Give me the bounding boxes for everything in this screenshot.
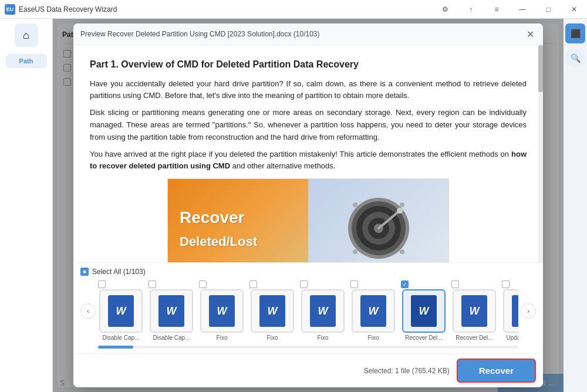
thumb-box-2[interactable]: W [150, 289, 193, 333]
word-icon-9: W [512, 295, 518, 327]
thumb-label-4: Fixo [267, 334, 278, 341]
thumb-box-8[interactable]: W [453, 289, 496, 333]
thumb-item-5: W Fixo [300, 281, 346, 341]
word-icon-8: W [461, 295, 487, 327]
thumb-label-2: Disable Cap... [153, 334, 190, 341]
word-icon-5: W [310, 295, 336, 327]
thumb-item-2: W Disable Cap... [149, 281, 194, 341]
thumb-checkbox-row-2 [149, 281, 194, 288]
scrollbar[interactable] [538, 45, 543, 262]
thumb-checkbox-3[interactable] [199, 281, 207, 288]
modal-footer: Selected: 1 file (765.42 KB) Recover [73, 353, 543, 387]
doc-para3-post: and other alternative methods. [230, 161, 335, 170]
thumb-box-4[interactable]: W [251, 289, 294, 333]
carousel-next-button[interactable]: › [521, 303, 536, 319]
menu-icon-btn[interactable]: ≡ [484, 0, 510, 19]
right-panel-item-1[interactable]: ⬛ [565, 23, 585, 43]
home-button[interactable]: ⌂ [15, 23, 38, 47]
modal-overlay: Preview Recover Deleted Partition Using … [53, 19, 564, 392]
minimize-button[interactable]: — [510, 0, 535, 19]
doc-image-right [308, 179, 448, 262]
word-icon-4: W [259, 295, 285, 327]
thumb-scrollbar-thumb[interactable] [98, 346, 133, 349]
svg-point-11 [400, 249, 404, 254]
word-icon-2: W [158, 295, 184, 327]
thumb-checkbox-7[interactable]: ✓ [401, 281, 409, 288]
app-icon: EU [5, 4, 15, 15]
svg-point-10 [353, 249, 357, 254]
select-all-row: ■ Select All (1/103) [80, 268, 536, 276]
thumb-box-3[interactable]: W [200, 289, 244, 333]
thumbnails-carousel: ‹ W Disable Ca [80, 281, 536, 341]
thumb-checkbox-6[interactable] [350, 281, 358, 288]
search-icon: 🔍 [571, 53, 581, 63]
upload-icon-btn[interactable]: ↑ [458, 0, 484, 19]
doc-content[interactable]: Part 1. Overview of CMD for Deleted Part… [73, 45, 543, 262]
thumb-item-7: ✓ W Recover Del... [401, 281, 447, 341]
app-body: ⌂ Path Path ▶ 📁 Pictu [0, 19, 587, 392]
close-button[interactable]: ✕ [561, 0, 587, 19]
sidebar-tab-path[interactable]: Path [6, 54, 47, 68]
preview-modal: Preview Recover Deleted Partition Using … [73, 23, 543, 387]
scrollbar-thumb[interactable] [538, 45, 543, 92]
word-icon-1: W [108, 295, 134, 327]
thumb-checkbox-1[interactable] [98, 281, 106, 288]
thumb-item-1: W Disable Cap... [98, 281, 144, 341]
maximize-button[interactable]: □ [535, 0, 561, 19]
thumbnails-list: W Disable Cap... [98, 281, 518, 341]
svg-point-8 [353, 202, 357, 207]
thumb-label-3: Fixo [217, 334, 228, 341]
thumb-label-9: Update Appl... [507, 334, 518, 341]
thumb-item-4: W Fixo [249, 281, 295, 341]
thumb-checkbox-row-8 [451, 281, 497, 288]
svg-point-9 [400, 202, 404, 207]
thumb-item-8: W Recover Del... [451, 281, 497, 341]
settings-icon-btn[interactable]: ⚙ [432, 0, 458, 19]
thumbnails-section: ■ Select All (1/103) ‹ [73, 262, 543, 353]
word-icon-6: W [360, 295, 386, 327]
right-panel-search[interactable]: 🔍 [565, 48, 585, 68]
hard-drive-icon [343, 193, 414, 262]
thumb-label-1: Disable Cap... [103, 334, 140, 341]
recover-button[interactable]: Recover [457, 359, 536, 383]
thumb-item-3: W Fixo [199, 281, 245, 341]
home-icon: ⌂ [23, 29, 29, 42]
main-content: Path ▶ 📁 Pictu ▶ 📁 Video ▼ [53, 19, 564, 392]
thumb-box-9[interactable]: W [503, 289, 518, 333]
thumb-label-8: Recover Del... [456, 334, 492, 341]
thumb-checkbox-row-7: ✓ [401, 281, 447, 288]
thumb-box-1[interactable]: W [99, 289, 143, 333]
title-bar: EU EaseUS Data Recovery Wizard ⚙ ↑ ≡ — □… [0, 0, 587, 19]
doc-image-text1: Recover [180, 205, 245, 231]
panel-icon-1: ⬛ [571, 29, 581, 38]
thumb-item-9: W Update Appl... [502, 281, 518, 341]
carousel-prev-button[interactable]: ‹ [80, 303, 96, 319]
modal-titlebar: Preview Recover Deleted Partition Using … [73, 23, 543, 45]
modal-close-button[interactable]: ✕ [524, 28, 536, 40]
select-all-label: Select All (1/103) [92, 268, 146, 276]
thumb-item-6: W Fixo [350, 281, 396, 341]
doc-para3: You have arrived at the right place if y… [90, 148, 527, 173]
thumb-checkbox-row-3 [199, 281, 245, 288]
thumb-box-6[interactable]: W [352, 289, 395, 333]
thumb-label-6: Fixo [368, 334, 379, 341]
thumb-box-5[interactable]: W [301, 289, 345, 333]
thumb-checkbox-8[interactable] [451, 281, 459, 288]
window-controls: ⚙ ↑ ≡ — □ ✕ [432, 0, 587, 19]
right-panel: ⬛ 🔍 [564, 19, 587, 392]
thumb-checkbox-5[interactable] [300, 281, 308, 288]
thumb-label-7: Recover Del... [405, 334, 442, 341]
thumb-checkbox-9[interactable] [502, 281, 510, 288]
app-title: EaseUS Data Recovery Wizard [19, 5, 117, 13]
doc-para2: Disk slicing or partitioning means gener… [90, 107, 527, 143]
thumb-box-7[interactable]: W [402, 289, 446, 333]
thumb-label-5: Fixo [318, 334, 329, 341]
thumb-checkbox-4[interactable] [249, 281, 257, 288]
select-all-checkbox[interactable]: ■ [80, 268, 89, 276]
doc-image: Recover Deleted/Lost [167, 178, 449, 262]
doc-image-left: Recover Deleted/Lost [168, 179, 322, 262]
thumb-checkbox-2[interactable] [149, 281, 156, 288]
thumb-checkbox-row-9 [502, 281, 518, 288]
thumb-scrollbar[interactable] [98, 346, 518, 349]
selected-info: Selected: 1 file (765.42 KB) [364, 367, 450, 375]
